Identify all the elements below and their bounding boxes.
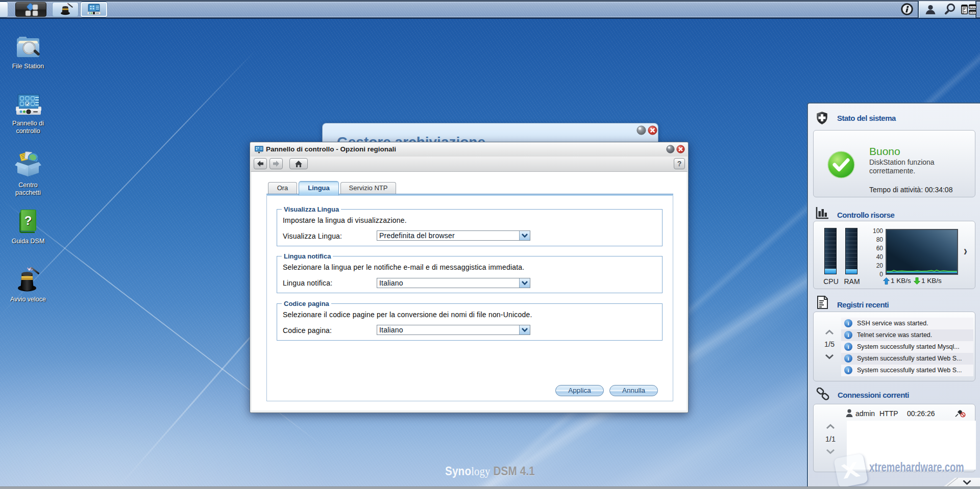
svg-text:?: ? (24, 214, 32, 227)
